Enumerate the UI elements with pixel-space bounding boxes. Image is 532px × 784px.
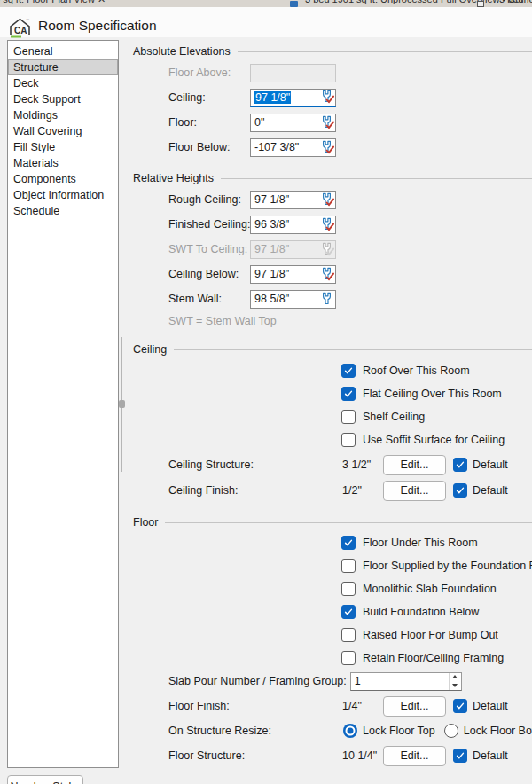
ceiling-label: Ceiling:	[168, 91, 250, 104]
splitter-grip[interactable]	[119, 400, 125, 408]
chevron-up-icon	[452, 675, 458, 678]
retain-framing-option: Retain Floor/Ceiling Framing	[341, 649, 504, 667]
default-wrench-icon[interactable]	[319, 292, 334, 307]
checkbox-label: Roof Over This Room	[363, 365, 470, 377]
ceiling-finish-value: 1/2"	[342, 484, 383, 497]
floor-finish-row: Floor Finish: 1/4" Edit... Default	[168, 695, 508, 717]
monolithic-slab-checkbox[interactable]	[341, 582, 356, 596]
floor-above-input	[250, 64, 336, 82]
shelf-ceiling-option: Shelf Ceiling	[341, 408, 425, 426]
floor-structure-default-checkbox[interactable]	[453, 749, 467, 763]
section-title: Ceiling	[133, 343, 167, 356]
ceiling-finish-edit-button[interactable]: Edit...	[383, 481, 446, 501]
floor-structure-edit-button[interactable]: Edit...	[383, 746, 446, 766]
checkbox-label: Shelf Ceiling	[363, 411, 425, 423]
floor-finish-label: Floor Finish:	[168, 700, 342, 712]
floor-finish-edit-button[interactable]: Edit...	[383, 696, 446, 717]
roof-over-room-checkbox[interactable]	[341, 364, 356, 378]
section-title: Absolute Elevations	[133, 45, 231, 58]
checkbox-label: Raised Floor For Bump Out	[363, 629, 498, 641]
ceiling-structure-edit-button[interactable]: Edit...	[383, 455, 446, 475]
sidebar-item-schedule[interactable]: Schedule	[8, 203, 118, 219]
default-wrench-icon[interactable]	[319, 267, 334, 282]
chevron-down-icon	[452, 684, 458, 687]
ceiling-structure-default-checkbox[interactable]	[453, 458, 467, 472]
default-label: Default	[473, 484, 508, 497]
default-wrench-icon[interactable]	[319, 90, 334, 105]
sidebar-item-deck-support[interactable]: Deck Support	[8, 91, 118, 107]
spin-up-button[interactable]	[450, 673, 461, 682]
raised-floor-checkbox[interactable]	[341, 628, 356, 642]
sidebar-item-structure[interactable]: Structure	[8, 59, 118, 75]
svg-text:™: ™	[26, 18, 29, 22]
ceiling-row: Ceiling: 97 1/8"	[168, 88, 336, 107]
stem-wall-label: Stem Wall:	[168, 293, 250, 305]
floor-supplied-checkbox[interactable]	[341, 559, 356, 573]
selected-text: 97 1/8"	[254, 91, 291, 104]
soffit-surface-option: Use Soffit Surface for Ceiling	[341, 431, 505, 449]
floor-input[interactable]: 0"	[250, 114, 336, 132]
number-style-button[interactable]: Number Styl...	[7, 775, 83, 784]
ceiling-finish-row: Ceiling Finish: 1/2" Edit... Default	[168, 480, 508, 501]
rough-ceiling-input[interactable]: 97 1/8"	[250, 191, 336, 209]
dialog-titlebar: CA ™ Room Specification	[0, 7, 532, 37]
default-wrench-icon[interactable]	[319, 192, 334, 208]
floor-below-input[interactable]: -107 3/8"	[250, 138, 336, 157]
ceiling-finish-label: Ceiling Finish:	[168, 484, 342, 497]
checkbox-label: Retain Floor/Ceiling Framing	[363, 652, 504, 664]
page-title: Room Specification	[38, 18, 157, 34]
floor-finish-value: 1/4"	[342, 700, 383, 712]
spinner	[449, 673, 461, 690]
sidebar-item-deck[interactable]: Deck	[8, 75, 118, 91]
roof-over-room-option: Roof Over This Room	[341, 362, 470, 380]
sidebar-item-components[interactable]: Components	[8, 171, 118, 187]
chief-architect-logo-icon: CA ™	[9, 17, 31, 39]
default-wrench-icon[interactable]	[319, 115, 334, 130]
default-wrench-icon[interactable]	[319, 140, 334, 155]
default-wrench-icon[interactable]	[319, 217, 334, 232]
lock-floor-bottom-radio[interactable]	[444, 724, 458, 738]
checkbox-label: Floor Under This Room	[363, 537, 478, 549]
finished-ceiling-label: Finished Ceiling:	[168, 218, 250, 231]
retain-framing-checkbox[interactable]	[341, 651, 356, 665]
build-foundation-option: Build Foundation Below	[341, 603, 479, 621]
flat-ceiling-checkbox[interactable]	[341, 387, 356, 401]
flat-ceiling-option: Flat Ceiling Over This Room	[341, 385, 502, 403]
floor-under-room-checkbox[interactable]	[341, 536, 356, 550]
rough-ceiling-row: Rough Ceiling: 97 1/8"	[168, 190, 336, 209]
stem-wall-input[interactable]: 98 5/8"	[250, 290, 336, 309]
swt-to-ceiling-label: SWT To Ceiling:	[168, 243, 250, 255]
panel-list: General Structure Deck Deck Support Mold…	[7, 40, 119, 768]
floor-below-label: Floor Below:	[168, 141, 250, 153]
sidebar-item-materials[interactable]: Materials	[8, 155, 118, 171]
background-tab-left[interactable]: o sq ft: Floor Plan View ✕	[0, 0, 106, 5]
lock-floor-top-radio[interactable]	[343, 724, 357, 738]
svg-text:CA: CA	[14, 26, 27, 35]
ceiling-structure-value: 3 1/2"	[342, 459, 383, 471]
finished-ceiling-input[interactable]: 96 3/8"	[250, 216, 336, 234]
sidebar-item-moldings[interactable]: Moldings	[8, 107, 118, 123]
background-tab-right[interactable]: 3 bed	[499, 0, 524, 4]
floor-row: Floor: 0"	[168, 113, 336, 132]
shelf-ceiling-checkbox[interactable]	[341, 410, 356, 424]
floor-above-label: Floor Above:	[168, 67, 250, 79]
ceiling-input[interactable]: 97 1/8"	[250, 89, 336, 107]
floor-finish-default-checkbox[interactable]	[453, 699, 467, 713]
sidebar-item-wall-covering[interactable]: Wall Covering	[8, 123, 118, 139]
ceiling-finish-default-checkbox[interactable]	[453, 483, 467, 498]
window-icon	[477, 1, 484, 7]
sidebar-item-general[interactable]: General	[8, 43, 118, 59]
soffit-surface-checkbox[interactable]	[341, 433, 356, 447]
section-absolute-elevations: Absolute Elevations	[133, 44, 532, 59]
background-tab-bar: o sq ft: Floor Plan View ✕ 3 bed 1901 sq…	[0, 0, 532, 7]
camera-view-icon	[290, 1, 298, 7]
sidebar-item-object-information[interactable]: Object Information	[8, 187, 118, 203]
build-foundation-checkbox[interactable]	[341, 605, 356, 619]
tab-close-icon[interactable]: ✕	[98, 0, 106, 4]
slab-pour-input[interactable]: 1	[350, 672, 462, 691]
stem-wall-row: Stem Wall: 98 5/8"	[168, 289, 336, 309]
ceiling-below-input[interactable]: 97 1/8"	[250, 265, 336, 284]
sidebar-item-fill-style[interactable]: Fill Style	[8, 139, 118, 155]
background-tab-middle[interactable]: 3 bed 1901 sq ft: Unprocessed Full Overv…	[305, 0, 532, 5]
spin-down-button[interactable]	[450, 681, 461, 690]
